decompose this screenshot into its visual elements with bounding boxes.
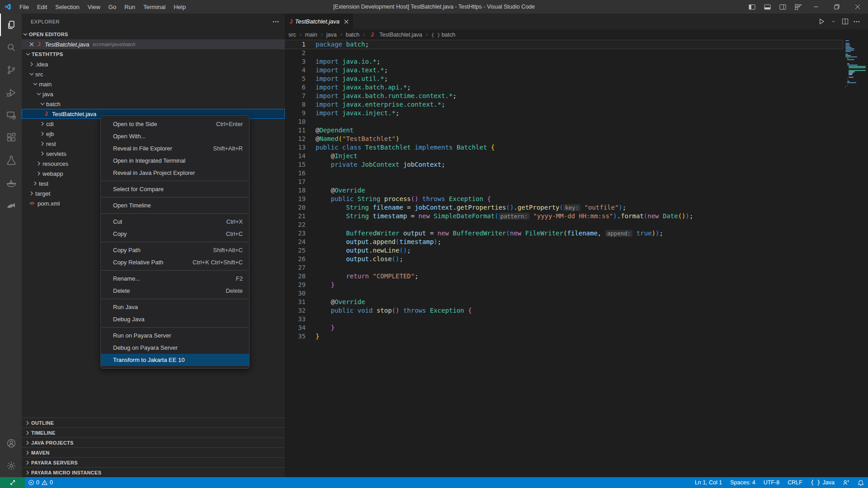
context-menu-item-open-with-[interactable]: Open With... bbox=[101, 130, 249, 142]
breadcrumb-batch[interactable]: batch bbox=[346, 32, 360, 38]
menu-edit[interactable]: Edit bbox=[33, 0, 51, 14]
code-line-26: 26 output.close(); bbox=[285, 255, 868, 263]
status-notifications[interactable] bbox=[854, 477, 868, 488]
problems-status[interactable]: 0 0 bbox=[25, 477, 56, 488]
tab-label: TestBatchlet.java bbox=[295, 18, 340, 25]
split-editor-icon[interactable] bbox=[840, 17, 850, 27]
context-menu-item-cut[interactable]: CutCtrl+X bbox=[101, 216, 249, 228]
status-encoding[interactable]: UTF-8 bbox=[760, 477, 783, 488]
tree-item-main[interactable]: main bbox=[22, 79, 285, 89]
code-line-29: 29 } bbox=[285, 281, 868, 289]
tab-testbatchlet[interactable]: J TestBatchlet.java bbox=[285, 14, 354, 29]
tree-item-batch[interactable]: batch bbox=[22, 99, 285, 109]
more-actions-icon[interactable] bbox=[852, 17, 862, 27]
source-control-icon[interactable] bbox=[0, 59, 22, 81]
code-line-25: 25 output.newLine(); bbox=[285, 246, 868, 255]
menu-help[interactable]: Help bbox=[170, 0, 190, 14]
context-menu-item-open-to-the-side[interactable]: Open to the SideCtrl+Enter bbox=[101, 118, 249, 130]
menu-view[interactable]: View bbox=[84, 0, 104, 14]
restore-icon[interactable] bbox=[826, 0, 847, 14]
breadcrumb-batch[interactable]: { }batch bbox=[431, 32, 455, 38]
tree-item--idea[interactable]: .idea bbox=[22, 59, 285, 69]
settings-icon[interactable] bbox=[0, 455, 22, 477]
menu-run[interactable]: Run bbox=[120, 0, 139, 14]
breadcrumb-testbatchlet-java[interactable]: JTestBatchlet.java bbox=[368, 32, 422, 38]
status-eol[interactable]: CRLF bbox=[783, 477, 807, 488]
panel-outline[interactable]: OUTLINE bbox=[22, 418, 285, 427]
remote-explorer-icon[interactable] bbox=[0, 104, 22, 127]
menu-selection[interactable]: Selection bbox=[51, 0, 83, 14]
breadcrumb-java[interactable]: java bbox=[326, 32, 337, 38]
context-menu-item-debug-on-payara-server[interactable]: Debug on Payara Server bbox=[101, 342, 249, 354]
views-more-actions-icon[interactable] bbox=[272, 18, 279, 25]
remote-indicator[interactable] bbox=[0, 477, 25, 488]
code-line-28: 28 return "COMPLETED"; bbox=[285, 272, 868, 281]
minimize-icon[interactable] bbox=[806, 0, 826, 14]
menu-terminal[interactable]: Terminal bbox=[139, 0, 170, 14]
code-line-8: 8import javax.enterprise.context.*; bbox=[285, 100, 868, 109]
menu-separator bbox=[101, 327, 249, 328]
panel-payara-micro-instances[interactable]: PAYARA MICRO INSTANCES bbox=[22, 467, 285, 477]
menu-go[interactable]: Go bbox=[104, 0, 120, 14]
code-line-5: 5import java.util.*; bbox=[285, 75, 868, 83]
tree-item-java[interactable]: java bbox=[22, 89, 285, 99]
layout-sidebar-left-icon[interactable] bbox=[744, 0, 760, 14]
panel-java-projects[interactable]: JAVA PROJECTS bbox=[22, 437, 285, 447]
explorer-icon[interactable] bbox=[0, 14, 22, 36]
payara-icon[interactable] bbox=[0, 194, 22, 217]
context-menu-item-open-timeline[interactable]: Open Timeline bbox=[101, 199, 249, 211]
breadcrumb: srcmainjavabatchJTestBatchlet.java{ }bat… bbox=[285, 29, 868, 40]
context-menu-item-delete[interactable]: DeleteDelete bbox=[101, 285, 249, 297]
close-icon[interactable] bbox=[847, 0, 868, 14]
context-menu-item-reveal-in-java-project-explorer[interactable]: Reveal in Java Project Explorer bbox=[101, 167, 249, 179]
docker-icon[interactable] bbox=[0, 172, 22, 194]
symbol-namespace-icon: { } bbox=[431, 32, 440, 38]
status-feedback[interactable] bbox=[839, 477, 854, 488]
minimap[interactable] bbox=[845, 40, 864, 88]
context-menu-item-transform-to-jakarta-ee-10[interactable]: Transform to Jakarta EE 10 bbox=[101, 354, 249, 366]
status-indentation[interactable]: Spaces: 4 bbox=[726, 477, 760, 488]
code-line-3: 3import java.io.*; bbox=[285, 57, 868, 66]
accounts-icon[interactable] bbox=[0, 432, 22, 455]
status-language-mode[interactable]: { }Java bbox=[807, 477, 839, 488]
breadcrumb-main[interactable]: main bbox=[305, 32, 317, 38]
search-icon[interactable] bbox=[0, 36, 22, 59]
panel-payara-servers[interactable]: PAYARA SERVERS bbox=[22, 457, 285, 467]
layout-sidebar-right-icon[interactable] bbox=[775, 0, 790, 14]
context-menu-item-debug-java[interactable]: Debug Java bbox=[101, 313, 249, 325]
xml-file-icon: </> bbox=[28, 201, 35, 206]
context-menu-item-select-for-compare[interactable]: Select for Compare bbox=[101, 183, 249, 195]
code-line-10: 10 bbox=[285, 117, 868, 126]
code-line-22: 22 bbox=[285, 221, 868, 229]
tab-close-icon[interactable] bbox=[343, 19, 349, 25]
layout-panel-icon[interactable] bbox=[760, 0, 775, 14]
breadcrumb-src[interactable]: src bbox=[288, 32, 296, 38]
extensions-icon[interactable] bbox=[0, 127, 22, 149]
context-menu-item-run-on-payara-server[interactable]: Run on Payara Server bbox=[101, 329, 249, 342]
code-editor[interactable]: 1package batch;23import java.io.*;4impor… bbox=[285, 40, 868, 477]
close-editor-icon[interactable] bbox=[28, 41, 35, 47]
panel-maven[interactable]: MAVEN bbox=[22, 447, 285, 457]
code-line-34: 34 } bbox=[285, 324, 868, 332]
panel-timeline[interactable]: TIMELINE bbox=[22, 427, 285, 437]
context-menu-item-run-java[interactable]: Run Java bbox=[101, 301, 249, 313]
context-menu-item-open-in-integrated-terminal[interactable]: Open in Integrated Terminal bbox=[101, 155, 249, 167]
open-editors-header[interactable]: OPEN EDITORS bbox=[22, 29, 285, 39]
menu-file[interactable]: File bbox=[15, 0, 33, 14]
run-icon[interactable] bbox=[816, 17, 826, 27]
run-and-debug-icon[interactable] bbox=[0, 81, 22, 104]
testing-icon[interactable] bbox=[0, 149, 22, 172]
context-menu-item-copy-relative-path[interactable]: Copy Relative PathCtrl+K Ctrl+Shift+C bbox=[101, 256, 249, 268]
context-menu-item-rename-[interactable]: Rename...F2 bbox=[101, 272, 249, 285]
tree-item-testhttps[interactable]: TESTHTTPS bbox=[22, 49, 285, 59]
context-menu-item-copy[interactable]: CopyCtrl+C bbox=[101, 228, 249, 240]
tree-item-src[interactable]: src bbox=[22, 69, 285, 79]
open-editor-item[interactable]: J TestBatchlet.java src\main\java\batch bbox=[22, 39, 285, 49]
code-line-27: 27 bbox=[285, 263, 868, 272]
status-cursor-position[interactable]: Ln 1, Col 1 bbox=[691, 477, 726, 488]
menu-separator bbox=[101, 213, 249, 214]
run-dropdown-icon[interactable] bbox=[828, 17, 838, 27]
context-menu-item-copy-path[interactable]: Copy PathShift+Alt+C bbox=[101, 244, 249, 256]
customize-layout-icon[interactable] bbox=[790, 0, 806, 14]
context-menu-item-reveal-in-file-explorer[interactable]: Reveal in File ExplorerShift+Alt+R bbox=[101, 142, 249, 155]
